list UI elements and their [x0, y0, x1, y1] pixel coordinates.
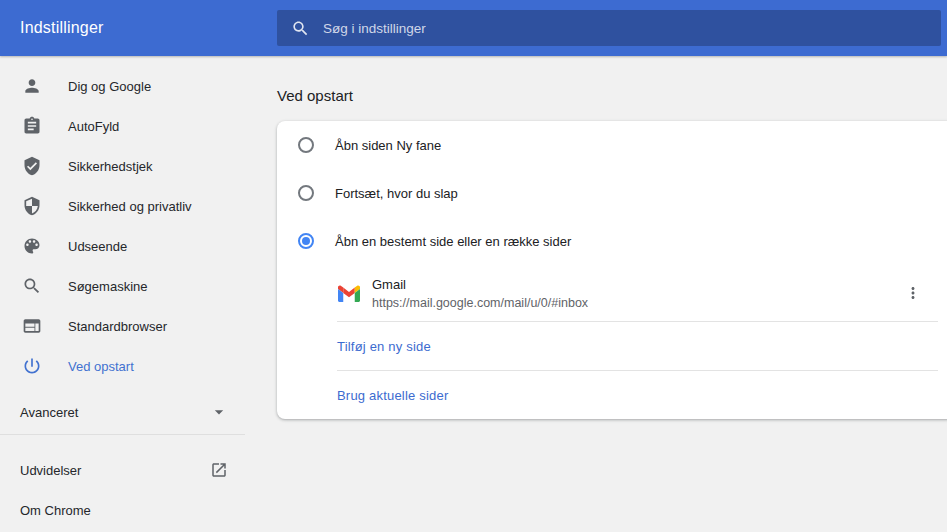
- option-label: Åbn siden Ny fane: [335, 138, 441, 153]
- default-browser-icon: [22, 316, 42, 336]
- startup-page-name: Gmail: [372, 277, 588, 292]
- header: Indstillinger: [0, 0, 947, 56]
- radio-button-selected[interactable]: [298, 233, 314, 249]
- startup-page-row[interactable]: Gmail https://mail.google.com/mail/u/0/#…: [277, 265, 947, 321]
- radio-button[interactable]: [298, 137, 314, 153]
- chevron-down-icon: [209, 402, 229, 422]
- about-label: Om Chrome: [20, 503, 91, 518]
- add-new-page-label: Tilføj en ny side: [337, 339, 431, 354]
- sidebar-advanced-toggle[interactable]: Avanceret: [0, 392, 250, 432]
- sidebar-item-privacy-security[interactable]: Sikkerhed og privatliv: [0, 186, 250, 226]
- power-icon: [22, 356, 42, 376]
- on-startup-card: Åbn siden Ny fane Fortsæt, hvor du slap …: [277, 121, 947, 419]
- search-engine-icon: [22, 276, 42, 296]
- sidebar-item-appearance[interactable]: Udseende: [0, 226, 250, 266]
- appearance-icon: [22, 236, 42, 256]
- sidebar-item-on-startup[interactable]: Ved opstart: [0, 346, 250, 386]
- sidebar-item-label: Sikkerhed og privatliv: [68, 199, 192, 214]
- settings-search-box[interactable]: [277, 10, 941, 46]
- sidebar-item-label: Standardbrowser: [68, 319, 167, 334]
- settings-main: Ved opstart Åbn siden Ny fane Fortsæt, h…: [250, 56, 947, 532]
- security-icon: [22, 196, 42, 216]
- option-label: Åbn en bestemt side eller en række sider: [335, 234, 571, 249]
- sidebar-item-label: Udseende: [68, 239, 127, 254]
- option-open-specific-pages[interactable]: Åbn en bestemt side eller en række sider: [277, 217, 947, 265]
- extensions-label: Udvidelser: [20, 463, 81, 478]
- option-continue-where-left-off[interactable]: Fortsæt, hvor du slap: [277, 169, 947, 217]
- open-in-new-icon: [210, 461, 228, 479]
- startup-page-info: Gmail https://mail.google.com/mail/u/0/#…: [372, 277, 588, 310]
- content-area: Dig og Google AutoFyld Sikkerhedstjek Si…: [0, 56, 947, 532]
- startup-page-url: https://mail.google.com/mail/u/0/#inbox: [372, 296, 588, 310]
- sidebar-item-label: Ved opstart: [68, 359, 134, 374]
- search-input[interactable]: [323, 21, 941, 36]
- add-new-page-button[interactable]: Tilføj en ny side: [277, 322, 947, 370]
- sidebar-divider: [0, 434, 245, 435]
- sidebar-item-search-engine[interactable]: Søgemaskine: [0, 266, 250, 306]
- search-icon: [291, 19, 310, 38]
- radio-button[interactable]: [298, 185, 314, 201]
- more-vert-icon: [904, 284, 922, 302]
- sidebar-item-extensions[interactable]: Udvidelser: [0, 450, 250, 490]
- advanced-label: Avanceret: [20, 405, 78, 420]
- sidebar-item-label: Sikkerhedstjek: [68, 159, 153, 174]
- chrome-settings-page: Indstillinger Dig og Google AutoFyld: [0, 0, 947, 532]
- page-title: Indstillinger: [20, 19, 104, 37]
- sidebar-item-default-browser[interactable]: Standardbrowser: [0, 306, 250, 346]
- sidebar-item-safety-check[interactable]: Sikkerhedstjek: [0, 146, 250, 186]
- settings-sidebar: Dig og Google AutoFyld Sikkerhedstjek Si…: [0, 56, 250, 532]
- use-current-pages-button[interactable]: Brug aktuelle sider: [277, 371, 947, 419]
- gmail-icon: [338, 285, 360, 302]
- sidebar-item-you-and-google[interactable]: Dig og Google: [0, 66, 250, 106]
- sidebar-item-label: Dig og Google: [68, 79, 151, 94]
- sidebar-item-label: Søgemaskine: [68, 279, 147, 294]
- safety-check-icon: [22, 156, 42, 176]
- sidebar-item-label: AutoFyld: [68, 119, 119, 134]
- sidebar-item-about-chrome[interactable]: Om Chrome: [0, 490, 250, 530]
- autofill-icon: [22, 116, 42, 136]
- option-open-new-tab[interactable]: Åbn siden Ny fane: [277, 121, 947, 169]
- use-current-pages-label: Brug aktuelle sider: [337, 388, 448, 403]
- sidebar-item-autofill[interactable]: AutoFyld: [0, 106, 250, 146]
- option-label: Fortsæt, hvor du slap: [335, 186, 458, 201]
- person-icon: [22, 76, 42, 96]
- more-actions-button[interactable]: [899, 279, 927, 307]
- section-title: Ved opstart: [277, 86, 947, 106]
